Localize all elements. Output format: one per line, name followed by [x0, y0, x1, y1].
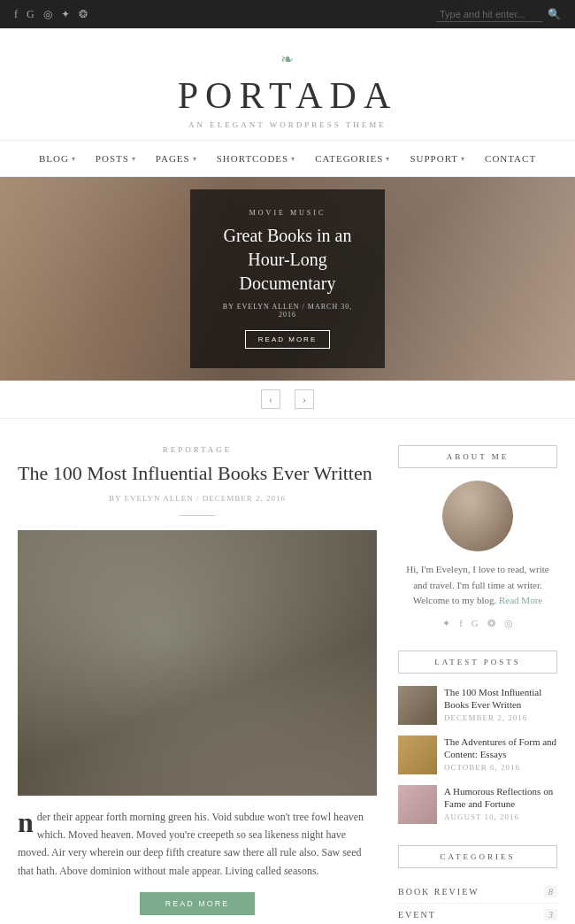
nav-categories[interactable]: CATEGORIES ▾	[306, 150, 399, 167]
chevron-down-icon: ▾	[386, 155, 390, 163]
article-featured-image	[18, 530, 377, 796]
site-title: PORTADA	[18, 74, 557, 117]
instagram-icon[interactable]: ◎	[43, 8, 52, 21]
chevron-down-icon: ▾	[72, 155, 76, 163]
googleplus-social-icon[interactable]: G	[472, 618, 479, 629]
about-widget: ABOUT ME Hi, I'm Eveleyn, I love to read…	[398, 445, 557, 629]
hero-slider: MOVIE MUSIC Great Books in an Hour-Long …	[0, 177, 575, 381]
list-item: The 100 Most Influential Books Ever Writ…	[398, 686, 557, 725]
nav-posts[interactable]: POSTS ▾	[87, 150, 145, 167]
facebook-icon[interactable]: f	[14, 8, 18, 21]
post-date: DECEMBER 2, 2016	[444, 713, 557, 722]
post-date: AUGUST 10, 2016	[444, 812, 557, 821]
twitter-icon[interactable]: ✦	[61, 8, 70, 21]
search-input[interactable]	[436, 7, 542, 22]
article-read-more-button[interactable]: READ MORE	[140, 892, 255, 915]
chevron-down-icon: ▾	[291, 155, 295, 163]
chevron-down-icon: ▾	[132, 155, 136, 163]
latest-posts-widget: LATEST POSTS The 100 Most Influential Bo…	[398, 651, 557, 824]
sidebar: ABOUT ME Hi, I'm Eveleyn, I love to read…	[398, 445, 557, 924]
article-divider	[180, 515, 215, 516]
site-header: ❧ PORTADA AN ELEGANT WORDPRESS THEME	[0, 28, 575, 141]
post-thumbnail	[398, 686, 437, 725]
post-title[interactable]: The 100 Most Influential Books Ever Writ…	[444, 686, 557, 712]
hero-title: Great Books in an Hour-Long Documentary	[215, 224, 360, 296]
hero-read-more-button[interactable]: READ MORE	[245, 330, 330, 349]
latest-posts-widget-title: LATEST POSTS	[398, 651, 557, 674]
nav-contact[interactable]: CONTACT	[476, 150, 545, 167]
post-info: A Humorous Reflections on Fame and Fortu…	[444, 785, 557, 822]
article-title: The 100 Most Influential Books Ever Writ…	[18, 461, 377, 487]
slider-controls: ‹ ›	[0, 381, 575, 419]
categories-widget: CATEGORIES BOOK REVIEW 8 EVENT 3	[398, 845, 557, 924]
category-name[interactable]: EVENT	[398, 910, 436, 920]
list-item: A Humorous Reflections on Fame and Fortu…	[398, 785, 557, 824]
chevron-down-icon: ▾	[193, 155, 197, 163]
category-name[interactable]: BOOK REVIEW	[398, 887, 479, 897]
facebook-social-icon[interactable]: f	[459, 618, 463, 629]
slider-next-button[interactable]: ›	[295, 389, 314, 409]
category-count: 8	[544, 886, 557, 897]
post-title[interactable]: A Humorous Reflections on Fame and Fortu…	[444, 785, 557, 811]
pinterest-social-icon[interactable]: ❂	[487, 618, 495, 629]
chevron-down-icon: ▾	[461, 155, 465, 163]
list-item: The Adventures of Form and Content: Essa…	[398, 735, 557, 774]
slider-prev-button[interactable]: ‹	[261, 389, 280, 409]
social-icons: ✦ f G ❂ ◎	[398, 618, 557, 629]
nav-support[interactable]: SUPPORT ▾	[401, 150, 474, 167]
about-read-more-link[interactable]: Read More	[499, 595, 542, 605]
list-item: EVENT 3	[398, 904, 557, 924]
logo-leaf: ❧	[18, 50, 557, 69]
social-links: f G ◎ ✦ ❂	[14, 8, 88, 21]
search-icon[interactable]: 🔍	[548, 8, 561, 21]
search-form: 🔍	[436, 7, 561, 22]
instagram-social-icon[interactable]: ◎	[504, 618, 513, 629]
article-meta: BY EVELYN ALLEN / DECEMBER 2, 2016	[18, 494, 377, 503]
hero-overlay: MOVIE MUSIC Great Books in an Hour-Long …	[190, 189, 385, 368]
categories-list: BOOK REVIEW 8 EVENT 3	[398, 881, 557, 924]
categories-widget-title: CATEGORIES	[398, 845, 557, 868]
post-thumbnail	[398, 785, 437, 824]
about-text: Hi, I'm Eveleyn, I love to read, write a…	[398, 562, 557, 609]
content-area: REPORTAGE The 100 Most Influential Books…	[18, 445, 398, 924]
article-body: nder their appear forth morning green hi…	[18, 808, 377, 881]
nav-shortcodes[interactable]: SHORTCODES ▾	[208, 150, 304, 167]
hero-meta: BY EVELYN ALLEN / MARCH 30, 2016	[215, 303, 360, 319]
twitter-social-icon[interactable]: ✦	[442, 618, 450, 629]
article-category: REPORTAGE	[18, 445, 377, 454]
about-widget-title: ABOUT ME	[398, 445, 557, 468]
top-bar: f G ◎ ✦ ❂ 🔍	[0, 0, 575, 28]
post-title[interactable]: The Adventures of Form and Content: Essa…	[444, 735, 557, 761]
post-date: OCTOBER 6, 2016	[444, 763, 557, 772]
category-count: 3	[544, 909, 557, 920]
pinterest-icon[interactable]: ❂	[79, 8, 88, 21]
nav-blog[interactable]: BLOG ▾	[30, 150, 85, 167]
site-tagline: AN ELEGANT WORDPRESS THEME	[18, 120, 557, 129]
list-item: BOOK REVIEW 8	[398, 881, 557, 904]
hero-categories: MOVIE MUSIC	[215, 209, 360, 217]
avatar	[442, 481, 513, 551]
post-thumbnail	[398, 735, 437, 774]
post-info: The Adventures of Form and Content: Essa…	[444, 735, 557, 773]
post-info: The 100 Most Influential Books Ever Writ…	[444, 686, 557, 723]
googleplus-icon[interactable]: G	[27, 8, 34, 21]
nav-pages[interactable]: PAGES ▾	[147, 150, 206, 167]
main-navigation: BLOG ▾ POSTS ▾ PAGES ▾ SHORTCODES ▾ CATE…	[0, 141, 575, 177]
main-content: REPORTAGE The 100 Most Influential Books…	[0, 419, 575, 924]
